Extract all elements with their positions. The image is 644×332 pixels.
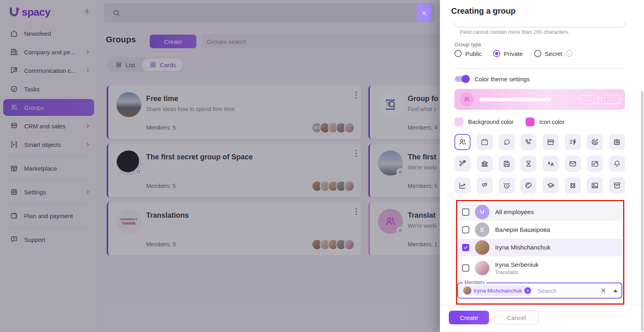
radio-private[interactable]: Private <box>493 50 523 57</box>
chip-label: Iryna Mishchanchuk <box>474 288 522 294</box>
icon-option-chat[interactable] <box>499 134 515 150</box>
member-option-valeriia[interactable]: B Валерія Башкірова <box>457 221 622 239</box>
icon-option-image[interactable] <box>587 177 603 194</box>
theme-preview-titlebar <box>479 98 551 101</box>
info-icon[interactable]: i <box>566 50 572 57</box>
create-button[interactable]: Create <box>449 311 489 324</box>
icon-color-label: Icon color <box>539 119 565 125</box>
group-type-radios: Public Private Secret i <box>454 50 572 57</box>
icon-option-bank[interactable] <box>477 156 493 172</box>
theme-preview-button <box>579 95 599 104</box>
icon-option-chart[interactable] <box>454 177 471 194</box>
clear-icon[interactable]: ✕ <box>601 287 606 295</box>
icon-option-list-lightning[interactable] <box>565 134 581 150</box>
chip-avatar <box>463 287 471 295</box>
icon-picker-grid <box>454 134 626 194</box>
icon-option-alarm-clock[interactable] <box>499 177 515 194</box>
background-color-label: Background color <box>468 119 514 125</box>
cancel-button[interactable]: Cancel <box>494 311 539 324</box>
member-avatar <box>475 261 489 275</box>
icon-option-target[interactable] <box>587 134 603 150</box>
modal-backdrop[interactable] <box>0 0 440 332</box>
close-drawer-button[interactable] <box>417 4 431 22</box>
radio-circle[interactable] <box>534 50 541 57</box>
icon-option-palette[interactable] <box>520 177 537 194</box>
icon-option-store[interactable] <box>543 134 559 150</box>
group-type-label: Group type <box>454 41 481 47</box>
divider <box>454 68 626 69</box>
member-name: All employees <box>495 208 534 216</box>
checkbox-unchecked[interactable] <box>462 264 469 272</box>
all-employees-avatar <box>475 205 489 219</box>
icon-option-translate[interactable] <box>543 156 559 172</box>
icon-option-save[interactable] <box>499 156 515 172</box>
caret-up-icon[interactable] <box>613 289 617 292</box>
icon-option-mail[interactable] <box>565 156 581 172</box>
drawer-title: Creating a group <box>440 0 644 22</box>
radio-circle-selected[interactable] <box>493 50 500 57</box>
member-name: Валерія Башкірова <box>495 226 550 233</box>
icon-color-swatch[interactable] <box>526 118 535 126</box>
radio-public[interactable]: Public <box>454 50 482 57</box>
users-icon <box>463 96 471 103</box>
member-name: Iryna Serbeniuk <box>495 261 539 268</box>
theme-preview-button <box>601 95 620 104</box>
color-legend: Background color Icon color <box>454 118 565 126</box>
close-icon <box>421 10 427 16</box>
drawer-footer: Create Cancel <box>440 306 644 332</box>
chip-remove-icon[interactable]: ✕ <box>524 287 531 294</box>
icon-option-calendar[interactable] <box>477 134 493 150</box>
icon-option-phone[interactable] <box>520 134 537 150</box>
creating-group-drawer: Creating a group Field cannot contain mo… <box>440 0 644 332</box>
member-option-iryna-serbeniuk[interactable]: Iryna Serbeniuk Translator <box>457 256 622 280</box>
checkbox-checked[interactable] <box>462 244 469 251</box>
icon-color-item[interactable]: Icon color <box>526 118 565 126</box>
icon-option-contact-card[interactable] <box>587 156 603 172</box>
radio-circle[interactable] <box>454 50 462 57</box>
color-theme-toggle[interactable] <box>454 75 469 83</box>
radio-secret[interactable]: Secret i <box>534 50 572 57</box>
drawer-scrollbar[interactable] <box>641 91 643 331</box>
member-option-iryna-mishchanchuk[interactable]: Iryna Mishchanchuk <box>457 239 622 256</box>
background-color-item[interactable]: Background color <box>454 118 514 126</box>
member-name: Iryna Mishchanchuk <box>495 244 551 251</box>
theme-preview-banner <box>454 89 625 110</box>
icon-option-bell[interactable] <box>609 156 625 172</box>
checkbox-unchecked[interactable] <box>462 226 469 233</box>
icon-option-hourglass[interactable] <box>520 156 537 172</box>
icon-option-archive[interactable] <box>609 177 625 194</box>
icon-option-hearts[interactable] <box>477 177 493 194</box>
icon-option-tools[interactable] <box>454 156 471 172</box>
member-option-all-employees[interactable]: All employees <box>457 203 622 221</box>
color-theme-label: Color theme settings <box>475 76 530 82</box>
checkbox-unchecked[interactable] <box>462 208 469 216</box>
theme-preview-avatar <box>460 93 474 106</box>
background-color-swatch[interactable] <box>454 118 463 126</box>
radio-label: Secret <box>545 50 562 57</box>
icon-option-graduation-cap[interactable] <box>543 177 559 194</box>
icon-option-gear[interactable] <box>609 134 625 150</box>
member-avatar-initial: B <box>475 223 489 237</box>
member-subtitle: Translator <box>495 269 539 275</box>
radio-label: Private <box>504 50 523 57</box>
icon-option-atom[interactable] <box>565 177 581 194</box>
icon-option-people[interactable] <box>454 134 471 150</box>
members-field-label: Members <box>463 280 486 285</box>
members-select-field[interactable]: Members Iryna Mishchanchuk ✕ Search ✕ <box>457 283 622 299</box>
selected-member-chip[interactable]: Iryna Mishchanchuk ✕ <box>462 285 533 296</box>
color-theme-row: Color theme settings <box>454 75 530 83</box>
radio-label: Public <box>465 50 482 57</box>
field-helper-text: Field cannot contain more than 200 chara… <box>460 29 570 35</box>
member-avatar <box>475 240 489 255</box>
members-search-placeholder[interactable]: Search <box>537 287 601 294</box>
